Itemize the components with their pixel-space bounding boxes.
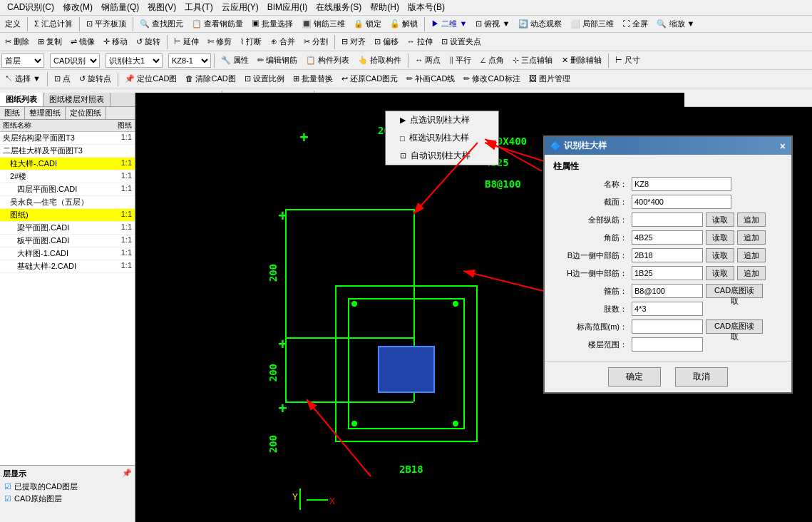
btn-define[interactable]: 定义 bbox=[1, 17, 24, 31]
btn-2d[interactable]: ▶ 二维 ▼ bbox=[428, 17, 471, 31]
btn-rotate[interactable]: ↺ 旋转 bbox=[133, 35, 164, 48]
btn-edit-rebar[interactable]: ✏ 编辑钢筋 bbox=[254, 53, 301, 67]
layer-pin[interactable]: 📌 bbox=[122, 469, 132, 479]
btn-zoom[interactable]: 🔍 缩放 ▼ bbox=[653, 17, 698, 31]
file-item-0[interactable]: 夹层结构梁平面图T3 1:1 bbox=[0, 132, 135, 145]
btn-point[interactable]: ⊡ 点 bbox=[51, 72, 74, 86]
dialog-close-button[interactable]: × bbox=[780, 140, 786, 152]
btn-lock[interactable]: 🔒 锁定 bbox=[350, 17, 385, 31]
tab-floor-table[interactable]: 图纸楼层对照表 bbox=[43, 93, 111, 106]
btn-fullscreen[interactable]: ⛶ 全屏 bbox=[619, 17, 652, 31]
layer-item-original[interactable]: ☑CAD原始图层 bbox=[1, 493, 133, 505]
btn-comp-list[interactable]: 📋 构件列表 bbox=[302, 53, 353, 67]
input-h-side[interactable] bbox=[632, 266, 703, 280]
btn-read-b-side[interactable]: 读取 bbox=[706, 248, 734, 262]
btn-select[interactable]: ↖ 选择 ▼ bbox=[1, 72, 44, 86]
btn-unlock[interactable]: 🔓 解锁 bbox=[386, 17, 421, 31]
btn-mirror[interactable]: ⇌ 镜像 bbox=[67, 35, 98, 48]
menu-item-cloud[interactable]: 云应用(Y) bbox=[217, 0, 263, 15]
input-floor[interactable] bbox=[632, 337, 703, 352]
btn-dynamic[interactable]: 🔄 动态观察 bbox=[515, 17, 565, 31]
btn-two-points[interactable]: ↔ 两点 bbox=[411, 53, 444, 67]
btn-move[interactable]: ✛ 移动 bbox=[100, 35, 131, 48]
floor-select[interactable]: 首层 bbox=[1, 53, 44, 68]
btn-copy[interactable]: ⊞ 复制 bbox=[34, 35, 66, 48]
menu-item-rebar[interactable]: 钢筋量(Q) bbox=[97, 0, 143, 15]
btn-cancel[interactable]: 取消 bbox=[675, 367, 728, 387]
btn-break[interactable]: ⌇ 打断 bbox=[237, 35, 265, 48]
menu-item-cad[interactable]: CAD识别(C) bbox=[3, 0, 58, 15]
input-section[interactable] bbox=[632, 195, 731, 209]
file-item-8[interactable]: 板平面图.CADI 1:1 bbox=[0, 235, 135, 247]
file-item-9[interactable]: 大样图-1.CADI 1:1 bbox=[0, 247, 135, 260]
btn-trim[interactable]: ✄ 修剪 bbox=[204, 35, 235, 48]
btn-clear-cad[interactable]: 🗑 清除CAD图 bbox=[182, 72, 239, 86]
btn-split[interactable]: ✂ 分割 bbox=[300, 35, 332, 48]
btn-ok[interactable]: 确定 bbox=[608, 367, 661, 387]
menu-item-online[interactable]: 在线服务(S) bbox=[312, 0, 366, 15]
btn-append-all-rebar[interactable]: 追加 bbox=[737, 213, 766, 227]
file-item-6[interactable]: 图纸) 1:1 bbox=[0, 209, 135, 222]
btn-topview[interactable]: ⊡ 俯视 ▼ bbox=[472, 17, 513, 31]
btn-modify-cad[interactable]: ✏ 修改CAD标注 bbox=[460, 72, 523, 86]
file-item-1[interactable]: 二层柱大样及平面图T3 bbox=[0, 145, 135, 158]
btn-set-scale[interactable]: ⊡ 设置比例 bbox=[241, 72, 288, 86]
tab-file-list[interactable]: 图纸列表 bbox=[0, 93, 43, 106]
menu-item-view[interactable]: 视图(V) bbox=[143, 0, 180, 15]
btn-del-aux[interactable]: ✕ 删除辅轴 bbox=[558, 53, 605, 67]
cad-mode-select[interactable]: CAD识别 bbox=[50, 53, 100, 68]
menu-item-tools[interactable]: 工具(T) bbox=[180, 0, 217, 15]
btn-img-mgr[interactable]: 🖼 图片管理 bbox=[525, 72, 574, 86]
tab-locate[interactable]: 定位图纸 bbox=[66, 107, 106, 119]
input-limb[interactable] bbox=[632, 302, 703, 316]
btn-view-rebar[interactable]: 📋 查看钢筋量 bbox=[188, 17, 247, 31]
btn-read-h-side[interactable]: 读取 bbox=[706, 266, 734, 280]
btn-draw-cad-line[interactable]: ✏ 补画CAD线 bbox=[403, 72, 458, 86]
btn-extend[interactable]: ⊢ 延伸 bbox=[170, 35, 202, 48]
btn-dimension[interactable]: ⊢ 尺寸 bbox=[612, 53, 644, 67]
input-height[interactable] bbox=[632, 319, 703, 334]
btn-point-angle[interactable]: ∠ 点角 bbox=[476, 53, 508, 67]
file-item-7[interactable]: 梁平面图.CADI 1:1 bbox=[0, 222, 135, 235]
file-item-3[interactable]: 2#楼 1:1 bbox=[0, 170, 135, 183]
layer-item-extracted[interactable]: ☑已提取的CAD图层 bbox=[1, 481, 133, 493]
btn-append-h-side[interactable]: 追加 bbox=[737, 266, 766, 280]
btn-restore-cad[interactable]: ↩ 还原CAD图元 bbox=[338, 72, 401, 86]
input-all-rebar[interactable] bbox=[632, 213, 703, 227]
btn-locate-cad[interactable]: 📌 定位CAD图 bbox=[121, 72, 180, 86]
menu-item-version[interactable]: 版本号(B) bbox=[404, 0, 449, 15]
file-item-2[interactable]: 柱大样-.CADI 1:1 bbox=[0, 158, 135, 170]
btn-cad-read-height[interactable]: CAD底图读取 bbox=[706, 319, 763, 334]
identify-select[interactable]: 识别柱大1 bbox=[106, 53, 163, 68]
ctx-menu-point-identify[interactable]: ▶ 点选识别柱大样 bbox=[386, 111, 498, 129]
btn-rebar3d[interactable]: 🔳 钢筋三维 bbox=[298, 17, 349, 31]
btn-append-corner[interactable]: 追加 bbox=[737, 230, 766, 245]
menu-item-help[interactable]: 帮助(H) bbox=[366, 0, 404, 15]
btn-find[interactable]: 🔍 查找图元 bbox=[136, 17, 187, 31]
btn-offset[interactable]: ⊡ 偏移 bbox=[371, 35, 402, 48]
btn-stretch[interactable]: ↔ 拉伸 bbox=[404, 35, 436, 48]
ctx-menu-box-identify[interactable]: □ 框选识别柱大样 bbox=[386, 129, 498, 147]
btn-align[interactable]: ⊟ 对齐 bbox=[338, 35, 369, 48]
btn-cad-read-stirrup[interactable]: CAD底图读取 bbox=[706, 284, 763, 298]
tab-drawings[interactable]: 图纸 bbox=[0, 107, 25, 119]
btn-append-b-side[interactable]: 追加 bbox=[737, 248, 766, 262]
btn-batch-select[interactable]: ▣ 批量选择 bbox=[248, 17, 297, 31]
file-item-4[interactable]: 四层平面图.CADI 1:1 bbox=[0, 183, 135, 196]
input-b-side[interactable] bbox=[632, 248, 703, 262]
btn-align-top[interactable]: ⊡ 平齐板顶 bbox=[83, 17, 130, 31]
btn-delete[interactable]: ✂ 删除 bbox=[1, 35, 33, 48]
menu-item-bim[interactable]: BIM应用(I) bbox=[263, 0, 312, 15]
btn-calc[interactable]: Σ 汇总计算 bbox=[31, 17, 76, 31]
btn-three-point[interactable]: ⊹ 三点辅轴 bbox=[509, 53, 556, 67]
btn-grip[interactable]: ⊡ 设置夹点 bbox=[438, 35, 485, 48]
input-stirrup[interactable] bbox=[632, 284, 703, 298]
btn-merge[interactable]: ⊕ 合并 bbox=[267, 35, 299, 48]
input-corner[interactable] bbox=[632, 230, 703, 245]
file-item-5[interactable]: 吴永良—住宅（五层） bbox=[0, 196, 135, 209]
btn-parallel[interactable]: ∥ 平行 bbox=[446, 53, 475, 67]
kz-select[interactable]: KZ8-1 bbox=[168, 53, 211, 68]
ctx-menu-auto-identify[interactable]: ⊡ 自动识别柱大样 bbox=[386, 147, 498, 165]
file-item-10[interactable]: 基础大样-2.CADI 1:1 bbox=[0, 260, 135, 273]
btn-rotate-point[interactable]: ↺ 旋转点 bbox=[76, 72, 115, 86]
